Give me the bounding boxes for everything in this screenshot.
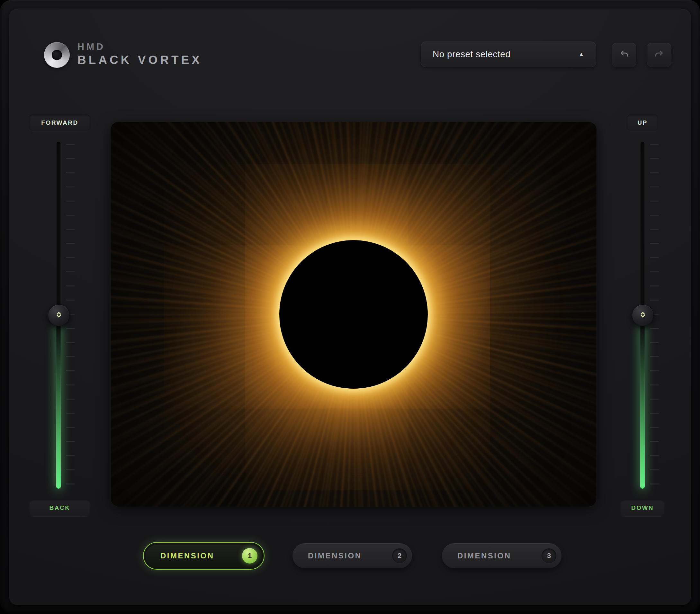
black-hole: [279, 240, 428, 389]
brand-ring-logo-icon: [44, 42, 70, 68]
left-slider-fill: [56, 323, 61, 489]
preset-value: No preset selected: [433, 49, 510, 60]
right-slider-thumb[interactable]: [632, 304, 654, 326]
logo-hole: [52, 50, 62, 60]
brand-name: HMD: [77, 41, 105, 52]
right-slider-fill: [640, 323, 645, 489]
left-slider-thumb[interactable]: [48, 304, 70, 326]
dimension-1-face: DIMENSION 1: [146, 544, 262, 567]
dimension-3-label: DIMENSION: [457, 551, 511, 560]
dimension-1-badge: 1: [242, 548, 258, 564]
dimension-3-badge: 3: [541, 549, 557, 563]
redo-button[interactable]: [647, 43, 671, 67]
preset-selector[interactable]: No preset selected ▲: [421, 41, 596, 67]
dimension-3-button[interactable]: DIMENSION 3: [442, 543, 562, 568]
back-label: BACK: [29, 500, 91, 516]
dropdown-triangle-icon[interactable]: ▲: [578, 51, 584, 58]
redo-icon: [654, 49, 664, 61]
dimension-2-badge: 2: [392, 549, 407, 563]
dimension-1-button[interactable]: DIMENSION 1: [143, 542, 264, 570]
dimension-1-label: DIMENSION: [160, 551, 214, 560]
undo-button[interactable]: [612, 43, 636, 67]
double-chevron-icon: [54, 310, 64, 321]
forward-label: FORWARD: [29, 114, 91, 131]
down-label: DOWN: [620, 500, 665, 516]
dimension-2-button[interactable]: DIMENSION 2: [292, 543, 412, 568]
page-title: BLACK VORTEX: [77, 53, 202, 67]
double-chevron-icon: [638, 310, 648, 321]
vortex-display: [110, 122, 597, 507]
dimension-2-label: DIMENSION: [308, 551, 362, 560]
up-label: UP: [627, 114, 658, 131]
undo-icon: [619, 49, 629, 61]
